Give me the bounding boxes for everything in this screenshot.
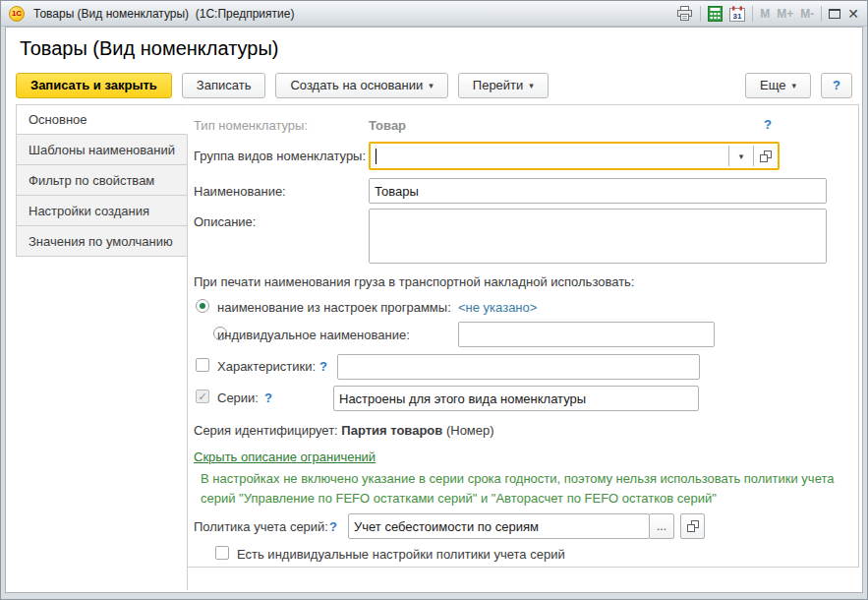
series-label[interactable]: Серии: (217, 390, 259, 405)
description-textarea[interactable] (369, 209, 827, 264)
restrictions-text: В настройках не включено указание в сери… (201, 469, 847, 508)
more-button[interactable]: Еще▾ (745, 73, 811, 98)
chevron-down-icon: ▾ (739, 151, 744, 161)
window-title: Товары (Вид номенклатуры) (1С:Предприяти… (33, 7, 676, 21)
group-open-button[interactable] (754, 144, 778, 168)
tab-filtr-po-svoystvam[interactable]: Фильтр по свойствам (16, 165, 188, 196)
series-checkbox[interactable]: ✓ (196, 390, 209, 403)
series-identifies-suffix: (Номер) (446, 423, 494, 438)
characteristics-checkbox[interactable] (196, 358, 209, 372)
policy-help-icon[interactable]: ? (329, 519, 337, 534)
titlebar-separator (700, 6, 701, 22)
create-based-on-label: Создать на основании (290, 78, 423, 92)
titlebar-icons: 31 M M+ M- ✕ (676, 6, 859, 22)
chevron-down-icon: ▾ (529, 81, 534, 90)
tab-osnovnoe[interactable]: Основное (16, 104, 188, 135)
characteristics-help-icon[interactable]: ? (319, 359, 327, 374)
maximize-icon (829, 9, 840, 19)
individual-policy-checkbox[interactable] (215, 546, 229, 560)
form-content: Тип номенклатуры: Товар ? Группа видов н… (187, 104, 859, 568)
form-panel: Основное Шаблоны наименований Фильтр по … (16, 104, 859, 590)
series-identifies-value: Партия товаров (341, 423, 442, 438)
tabstrip-divider (187, 568, 188, 590)
calendar-icon[interactable]: 31 (729, 6, 745, 22)
name-input[interactable] (369, 178, 827, 204)
radio-individual-label[interactable]: индивидуальное наименование: (217, 328, 410, 342)
client-area: Товары (Вид номенклатуры) Записать и зак… (5, 27, 863, 593)
tab-nastroyki-sozdaniya[interactable]: Настройки создания (16, 196, 188, 226)
characteristics-input[interactable] (337, 354, 700, 380)
type-help-icon[interactable]: ? (764, 117, 772, 132)
policy-more-button[interactable]: ... (649, 513, 674, 539)
description-label: Описание: (194, 214, 256, 229)
group-input[interactable] (371, 144, 728, 168)
save-and-close-button[interactable]: Записать и закрыть (16, 73, 172, 98)
series-input[interactable] (333, 386, 699, 411)
create-based-on-button[interactable]: Создать на основании▾ (275, 73, 447, 98)
sidebar-tabs: Основное Шаблоны наименований Фильтр по … (16, 104, 188, 257)
goto-label: Перейти (473, 78, 524, 92)
help-button[interactable]: ? (821, 73, 852, 98)
individual-policy-label[interactable]: Есть индивидуальные настройки политики у… (237, 547, 565, 562)
group-dropdown-button[interactable]: ▾ (729, 144, 753, 168)
tab-znacheniya-po-umolchaniyu[interactable]: Значения по умолчанию (16, 226, 188, 257)
svg-text:31: 31 (733, 11, 742, 20)
radio-program-label[interactable]: наименование из настроек программы: (217, 300, 451, 315)
text-caret (376, 149, 376, 164)
nomenclature-type-value: Товар (369, 118, 406, 133)
memory-m-minus-button[interactable]: M- (800, 7, 814, 21)
open-form-icon (760, 150, 772, 162)
policy-open-button[interactable] (680, 513, 705, 539)
more-label: Еще (760, 78, 785, 92)
name-label: Наименование: (194, 184, 286, 199)
group-field[interactable]: ▾ (369, 142, 780, 170)
memory-m-button[interactable]: M (760, 7, 770, 21)
close-button[interactable]: ✕ (847, 7, 859, 21)
save-button[interactable]: Записать (182, 73, 266, 98)
policy-label: Политика учета серий: (194, 519, 328, 534)
series-identifies-label: Серия идентифицирует: (194, 423, 338, 438)
print-icon[interactable] (676, 6, 693, 21)
series-help-icon[interactable]: ? (264, 390, 272, 405)
titlebar-separator (752, 6, 753, 22)
nomenclature-type-label: Тип номенклатуры: (194, 118, 308, 133)
characteristics-label[interactable]: Характеристики: (217, 359, 316, 374)
app-logo-icon: 1С (9, 6, 25, 22)
open-form-icon (687, 520, 699, 532)
hide-restrictions-link[interactable]: Скрыть описание ограничений (194, 450, 376, 464)
titlebar-separator (821, 6, 822, 22)
app-window: 1С Товары (Вид номенклатуры) (1С:Предпри… (0, 0, 868, 600)
print-usage-heading: При печати наименования груза в транспор… (194, 274, 634, 289)
maximize-button[interactable] (829, 9, 840, 19)
radio-program-name[interactable] (196, 299, 209, 313)
tab-shablony-naimenovaniy[interactable]: Шаблоны наименований (16, 135, 188, 165)
toolbar: Записать и закрыть Записать Создать на о… (16, 72, 852, 98)
chevron-down-icon: ▾ (429, 81, 434, 90)
page-title: Товары (Вид номенклатуры) (20, 37, 279, 60)
chevron-down-icon: ▾ (792, 81, 797, 90)
goto-button[interactable]: Перейти▾ (458, 73, 549, 98)
calculator-icon[interactable] (708, 6, 723, 22)
not-specified-link[interactable]: <не указано> (458, 300, 537, 315)
policy-input[interactable] (348, 513, 650, 539)
individual-name-input[interactable] (458, 322, 715, 347)
memory-m-plus-button[interactable]: M+ (777, 7, 793, 21)
series-identifies-row: Серия идентифицирует: Партия товаров (Но… (194, 423, 494, 438)
group-label: Группа видов номенклатуры: (194, 149, 366, 163)
titlebar: 1С Товары (Вид номенклатуры) (1С:Предпри… (1, 1, 867, 27)
